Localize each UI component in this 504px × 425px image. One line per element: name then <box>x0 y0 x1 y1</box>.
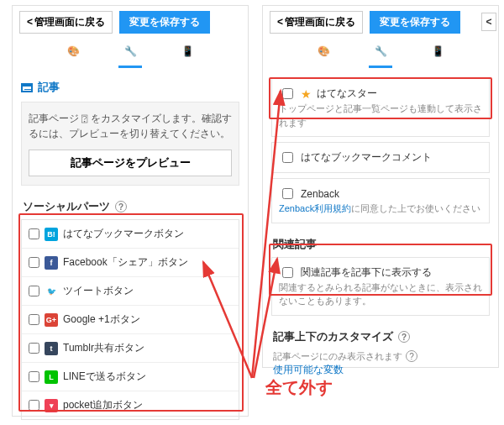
zenback-card: Zenback Zenback利用規約に同意した上でお使いください <box>271 178 490 223</box>
wrench-icon: 🔧 <box>122 45 139 62</box>
social-item: 🐦ツイートボタン <box>22 276 239 305</box>
right-panel: < <管理画面に戻る 変更を保存する 🎨 🔧 📱 ★ はてなスター トップページ… <box>262 5 499 368</box>
social-item: fFacebook「シェア」ボタン <box>22 248 239 276</box>
annotation-text: 全て外す <box>265 376 333 399</box>
related-check-label: 関連記事を記事下に表示する <box>301 265 432 280</box>
hatena-star-checkbox[interactable] <box>282 88 293 99</box>
header-left: <管理画面に戻る 変更を保存する <box>13 6 248 39</box>
left-panel: <管理画面に戻る 変更を保存する 🎨 🔧 📱 記事 記事ページ ⍰ をカスタマイ… <box>12 5 249 417</box>
social-item: LLINEで送るボタン <box>22 362 239 391</box>
social-checkbox[interactable] <box>29 257 39 268</box>
article-icon <box>21 83 33 92</box>
hatena-star-note: トップページと記事一覧ページも連動して表示されます <box>279 102 482 129</box>
social-checkbox[interactable] <box>29 286 39 296</box>
fb-icon: f <box>45 256 58 270</box>
social-checkbox[interactable] <box>29 314 39 325</box>
hb-icon: B! <box>45 228 58 241</box>
zenback-terms-link[interactable]: Zenback利用規約 <box>279 203 351 213</box>
tab-mobile[interactable]: 📱 <box>176 45 199 68</box>
hatena-star-label: はてなスター <box>317 87 377 101</box>
back-label: 管理画面に戻る <box>34 16 105 28</box>
social-checkbox[interactable] <box>29 228 39 239</box>
help-icon[interactable]: ? <box>398 331 410 343</box>
zenback-note: Zenback利用規約に同意した上でお使いください <box>279 202 482 216</box>
social-item: ▾pocket追加ボタン <box>22 391 239 419</box>
customize-msg: 記事ページ ⍰ をカスタマイズします。確認するには、プレビューを切り替えてくださ… <box>29 113 232 139</box>
chevron-left-icon: < <box>486 16 491 28</box>
save-button[interactable]: 変更を保存する <box>370 11 460 34</box>
help-icon[interactable]: ? <box>406 350 417 362</box>
social-item: G+Google +1ボタン <box>22 305 239 333</box>
zenback-checkbox[interactable] <box>282 188 293 199</box>
ln-icon: L <box>45 370 58 384</box>
related-card: 関連記事を記事下に表示する 関連するとみられる記事がないときに、表示されないこと… <box>271 257 490 316</box>
collapse-button[interactable]: < <box>481 13 496 31</box>
social-label: はてなブックマークボタン <box>63 227 184 241</box>
zenback-label: Zenback <box>301 188 339 200</box>
related-heading: 関連記事 <box>273 237 488 252</box>
customize-note: 記事ページにのみ表示されます <box>273 349 402 364</box>
tab-palette[interactable]: 🎨 <box>312 45 335 68</box>
tab-strip: 🎨 🔧 📱 <box>13 39 248 68</box>
tab-tools[interactable]: 🔧 <box>118 45 142 68</box>
social-label: ツイートボタン <box>63 284 134 298</box>
hatena-star-card: ★ はてなスター トップページと記事一覧ページも連動して表示されます <box>271 78 490 137</box>
palette-icon: 🎨 <box>315 45 332 62</box>
article-section-title: 記事 <box>21 80 239 95</box>
related-note: 関連するとみられる記事がないときに、表示されないこともあります。 <box>279 281 482 308</box>
back-button[interactable]: <管理画面に戻る <box>19 11 113 34</box>
related-checkbox[interactable] <box>282 267 293 278</box>
social-checkbox[interactable] <box>29 343 39 354</box>
social-label: Google +1ボタン <box>63 312 140 327</box>
social-label: Facebook「シェア」ボタン <box>63 255 188 270</box>
back-button[interactable]: <管理画面に戻る <box>270 11 363 34</box>
tab-tools[interactable]: 🔧 <box>369 45 392 68</box>
chevron-left-icon: < <box>27 16 33 28</box>
preview-button[interactable]: 記事ページをプレビュー <box>29 150 232 176</box>
tab-strip: 🎨 🔧 📱 <box>263 39 498 68</box>
mobile-icon: 📱 <box>429 45 446 62</box>
social-label: pocket追加ボタン <box>63 398 143 412</box>
hb-comment-label: はてなブックマークコメント <box>301 150 432 165</box>
variables-link[interactable]: 使用可能な変数 <box>273 363 488 377</box>
pk-icon: ▾ <box>45 399 58 412</box>
customize-block: 記事ページにのみ表示されます? 使用可能な変数 <box>273 349 488 378</box>
social-label: LINEで送るボタン <box>63 370 146 384</box>
save-button[interactable]: 変更を保存する <box>119 11 210 34</box>
hb-comment-card: はてなブックマークコメント <box>271 142 490 173</box>
tw-icon: 🐦 <box>45 285 58 298</box>
customize-heading: 記事上下のカスタマイズ? <box>273 329 488 344</box>
social-heading: ソーシャルパーツ ? <box>23 199 238 214</box>
mobile-icon: 📱 <box>179 45 196 62</box>
tb-icon: t <box>45 342 58 355</box>
header-right: <管理画面に戻る 変更を保存する <box>263 6 498 39</box>
tab-palette[interactable]: 🎨 <box>61 45 85 68</box>
tab-mobile[interactable]: 📱 <box>426 45 449 68</box>
customize-info-box: 記事ページ ⍰ をカスタマイズします。確認するには、プレビューを切り替えてくださ… <box>21 102 239 186</box>
hb-comment-checkbox[interactable] <box>282 152 293 163</box>
wrench-icon: 🔧 <box>372 45 389 62</box>
star-icon: ★ <box>301 88 312 100</box>
palette-icon: 🎨 <box>65 45 81 62</box>
social-item: tTumblr共有ボタン <box>22 333 239 362</box>
social-item: B!はてなブックマークボタン <box>22 220 239 248</box>
help-icon[interactable]: ? <box>115 201 127 212</box>
gp-icon: G+ <box>45 313 58 327</box>
social-parts-list: B!はてなブックマークボタンfFacebook「シェア」ボタン🐦ツイートボタンG… <box>21 219 239 420</box>
social-label: Tumblr共有ボタン <box>63 341 144 355</box>
social-checkbox[interactable] <box>29 400 39 411</box>
chevron-left-icon: < <box>277 16 283 28</box>
social-checkbox[interactable] <box>29 371 39 382</box>
